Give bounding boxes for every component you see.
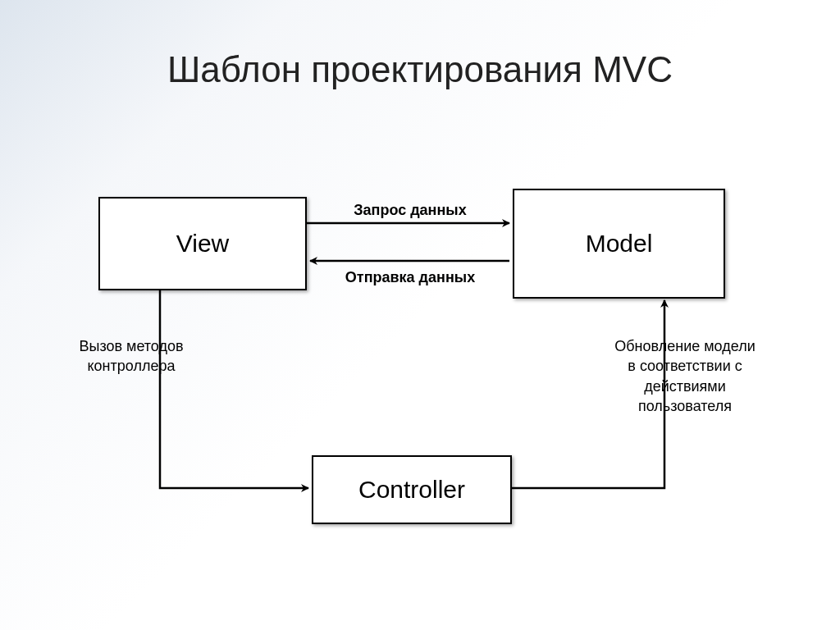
box-view: View [98,197,307,290]
label-update-model: Обновление модели в соответствии с дейст… [591,336,779,416]
label-request-data: Запрос данных [328,200,492,220]
arrow-view-to-controller [160,290,308,488]
label-update-model-line4: пользователя [638,398,732,414]
label-update-model-line3: действиями [644,378,726,395]
label-call-methods-line2: контроллера [88,358,176,374]
slide: Шаблон проектирования MVC View Model Con… [0,0,840,630]
label-send-data: Отправка данных [328,267,492,287]
box-controller: Controller [312,455,512,524]
label-call-methods: Вызов методов контроллера [53,336,209,377]
label-update-model-line1: Обновление модели [614,338,755,354]
label-update-model-line2: в соответствии с [628,358,742,374]
box-model: Model [513,189,725,299]
slide-title: Шаблон проектирования MVC [0,49,840,90]
label-call-methods-line1: Вызов методов [79,338,183,354]
box-controller-label: Controller [358,476,465,504]
box-model-label: Model [586,230,653,258]
box-view-label: View [176,230,229,258]
arrows-layer [0,0,840,630]
